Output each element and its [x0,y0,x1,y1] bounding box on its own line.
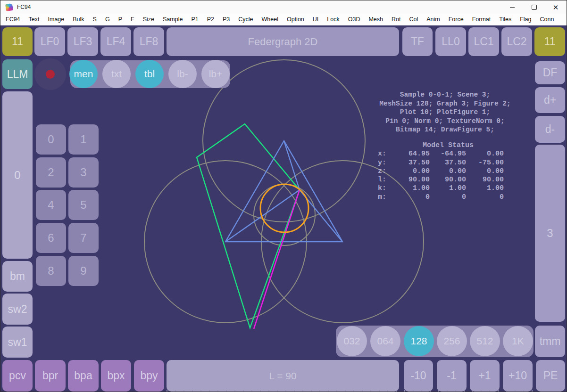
button-lb-minus[interactable]: lb- [168,60,197,88]
button-lb-plus[interactable]: lb+ [201,60,230,88]
button-d-plus[interactable]: d+ [535,87,565,113]
pad-button-1[interactable]: 1 [68,124,99,155]
pad-button-8[interactable]: 8 [36,256,66,286]
menu-item-size[interactable]: Size [139,14,158,25]
slider-right-3[interactable]: 3 [535,145,565,322]
menu-item-fc94[interactable]: FC94 [1,14,25,25]
mesh-option-128[interactable]: 128 [404,326,434,356]
menu-item-text[interactable]: Text [25,14,44,25]
menu-item-wheel[interactable]: Wheel [258,14,283,25]
maximize-button[interactable] [523,0,545,14]
menu-item-f[interactable]: F [126,14,139,25]
orange-circle [260,184,309,232]
close-icon: ✕ [553,4,559,11]
button-sw1[interactable]: sw1 [2,327,33,358]
menu-bar: FC94 Text Image Bulk S G P F Size Sample… [0,14,567,26]
button-bpx[interactable]: bpx [101,360,131,392]
pad-button-9[interactable]: 9 [68,256,99,286]
button-tf[interactable]: TF [402,27,433,56]
button-lc1[interactable]: LC1 [468,27,499,56]
menu-item-format[interactable]: Format [468,14,495,25]
menu-item-p[interactable]: P [114,14,126,25]
mesh-option-032[interactable]: 032 [337,326,367,356]
badge-11-left[interactable]: 11 [2,27,33,56]
model-status-row: k: 1.00 1.00 1.00 [378,184,505,193]
model-status-row: m: 0 0 0 [378,193,505,202]
stepper-plus-10[interactable]: +10 [503,360,533,392]
stepper-minus-1[interactable]: -1 [437,360,467,392]
mesh-option-1k[interactable]: 1K [503,326,533,356]
menu-item-flag[interactable]: Flag [516,14,535,25]
button-tmm[interactable]: tmm [535,326,565,357]
ruler-ticks [167,390,534,392]
button-lf0[interactable]: LF0 [34,27,65,56]
stepper-plus-1[interactable]: +1 [470,360,500,392]
button-lf8[interactable]: LF8 [133,27,164,56]
pad-button-2[interactable]: 2 [36,157,66,188]
menu-item-conn[interactable]: Conn [536,14,559,25]
button-bpr[interactable]: bpr [35,360,66,392]
button-tbl[interactable]: tbl [135,60,164,88]
title-bar: FC94 ✕ [0,0,567,14]
button-lf3[interactable]: LF3 [67,27,98,56]
model-status-table: Model Status x: 64.95 -64.95 0.00 y: 37.… [378,141,505,202]
caption-bar[interactable]: Federgraph 2D [167,27,399,56]
button-lf4[interactable]: LF4 [100,27,131,56]
menu-item-rot[interactable]: Rot [387,14,405,25]
minimize-button[interactable] [501,0,523,14]
badge-11-right[interactable]: 11 [534,27,565,56]
button-ll0[interactable]: LL0 [435,27,466,56]
button-pe[interactable]: PE [536,360,565,392]
menu-item-s[interactable]: S [89,14,101,25]
menu-item-sample[interactable]: Sample [158,14,187,25]
menu-item-g[interactable]: G [101,14,114,25]
blue-triangle [225,141,342,242]
pad-button-0[interactable]: 0 [36,124,66,155]
button-bpy[interactable]: bpy [134,360,164,392]
record-button[interactable] [34,58,66,90]
info-line: Plot 10; PlotFigure 1; [364,108,526,117]
mesh-option-256[interactable]: 256 [437,326,467,356]
mesh-option-512[interactable]: 512 [470,326,500,356]
button-d-minus[interactable]: d- [535,116,565,143]
menu-item-option[interactable]: Option [283,14,309,25]
button-lc2[interactable]: LC2 [501,27,532,56]
menu-item-bulk[interactable]: Bulk [68,14,88,25]
pad-button-5[interactable]: 5 [68,190,99,220]
pad-button-6[interactable]: 6 [36,223,66,253]
menu-item-anim[interactable]: Anim [422,14,444,25]
menu-item-ui[interactable]: UI [309,14,323,25]
menu-item-col[interactable]: Col [405,14,422,25]
menu-item-p3[interactable]: P3 [218,14,234,25]
menu-item-tiles[interactable]: Tiles [495,14,516,25]
mesh-option-064[interactable]: 064 [370,326,400,356]
pad-button-4[interactable]: 4 [36,190,66,220]
button-sw2[interactable]: sw2 [2,294,33,325]
button-bpa[interactable]: bpa [68,360,99,392]
app-window: Sample 0-0-1; Scene 3; MeshSize 128; Gra… [0,0,567,392]
button-bm[interactable]: bm [2,261,33,292]
pad-button-3[interactable]: 3 [68,157,99,188]
button-llm[interactable]: LLM [2,59,33,89]
window-title: FC94 [17,4,31,10]
info-line: Pin 0; Norm 0; TextureNorm 0; [364,117,526,126]
app-icon [5,3,13,11]
menu-item-lock[interactable]: Lock [323,14,343,25]
button-df[interactable]: DF [535,61,565,84]
menu-item-o3d[interactable]: O3D [344,14,365,25]
button-pcv[interactable]: pcv [2,360,33,392]
menu-item-image[interactable]: Image [44,14,69,25]
value-bar-l[interactable]: L = 90 [167,360,399,392]
close-button[interactable]: ✕ [545,0,567,14]
model-status-title: Model Status [378,141,505,150]
menu-item-mesh[interactable]: Mesh [364,14,387,25]
menu-item-p1[interactable]: P1 [187,14,202,25]
button-men[interactable]: men [69,60,98,88]
slider-left-0[interactable]: 0 [2,91,33,259]
menu-item-p2[interactable]: P2 [203,14,218,25]
button-txt[interactable]: txt [102,60,131,88]
menu-item-cycle[interactable]: Cycle [234,14,257,25]
pad-button-7[interactable]: 7 [68,223,99,253]
stepper-minus-10[interactable]: -10 [404,360,433,392]
menu-item-force[interactable]: Force [444,14,468,25]
